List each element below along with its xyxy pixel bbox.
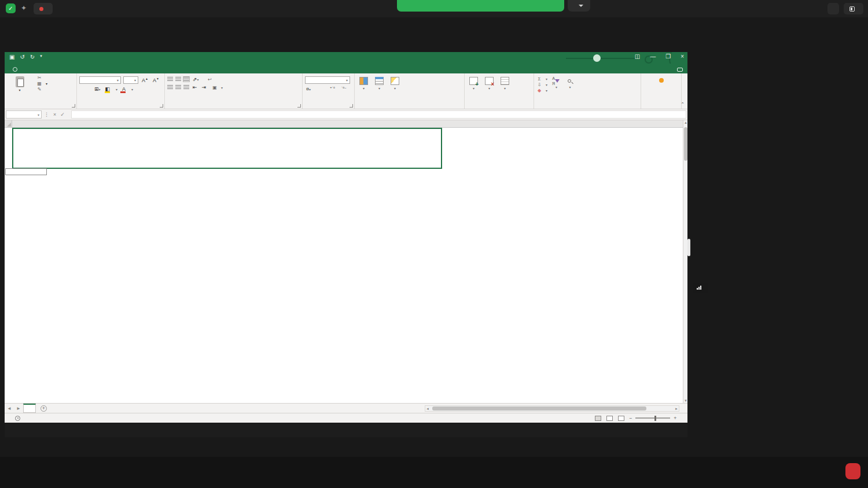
horizontal-scrollbar[interactable]: ◄ ► <box>425 405 679 412</box>
view-layout-icon <box>849 6 855 12</box>
select-all-corner[interactable] <box>5 120 12 127</box>
scroll-right-icon[interactable]: ► <box>675 407 678 411</box>
page-layout-view-icon[interactable] <box>606 416 613 421</box>
ribbon-display-icon[interactable]: ◫ <box>635 53 640 60</box>
security-shield-icon[interactable]: ✓ <box>6 3 16 13</box>
font-color-button[interactable]: А▾ <box>121 86 134 92</box>
view-settings-button[interactable] <box>568 0 590 12</box>
fill-button[interactable]: ⇩▾ <box>536 82 547 87</box>
format-cells-button[interactable]: ▾ <box>498 76 512 92</box>
quick-access-toolbar[interactable]: ▣ ↺ ↻ ▾ <box>9 54 42 60</box>
delete-cells-button[interactable]: ▾ <box>483 76 496 92</box>
align-top-icon[interactable] <box>167 77 173 82</box>
sort-filter-button[interactable]: АЯ ▾ <box>550 76 563 91</box>
qat-customize-icon[interactable]: ▾ <box>40 54 42 60</box>
clipboard-dialog-launcher[interactable] <box>72 104 75 108</box>
name-box[interactable]: ▾ <box>6 110 42 119</box>
sheet-tab[interactable] <box>23 404 36 413</box>
normal-view-icon[interactable] <box>595 416 601 421</box>
accounting-format-icon[interactable]: ¤▾ <box>305 86 312 92</box>
orientation-button[interactable]: ⇗▾ <box>192 76 200 82</box>
view-button[interactable] <box>844 3 863 14</box>
conditional-formatting-button[interactable]: ▾ <box>357 76 370 92</box>
cut-button[interactable]: ✂ <box>36 75 47 80</box>
scroll-up-icon[interactable]: ▲ <box>683 121 688 124</box>
conditional-formatting-icon <box>359 77 368 85</box>
styles-group: ▾ ▾ ▾ <box>355 73 465 109</box>
grow-font-button[interactable]: A▲ <box>141 77 149 83</box>
find-select-button[interactable]: ▾ <box>565 76 575 91</box>
cell-styles-button[interactable]: ▾ <box>388 76 402 92</box>
recording-indicator[interactable] <box>34 3 53 14</box>
font-name-select[interactable]: ▾ <box>79 76 121 84</box>
align-center-icon[interactable] <box>175 85 181 90</box>
zoom-out-icon[interactable]: − <box>630 415 632 421</box>
align-right-icon[interactable] <box>183 85 189 90</box>
zoom-top-bar: ✓ ✦ <box>0 0 868 17</box>
number-dialog-launcher[interactable] <box>350 104 353 108</box>
font-dialog-launcher[interactable] <box>160 104 163 108</box>
number-format-select[interactable]: ▾ <box>305 76 350 84</box>
vertical-scroll-thumb[interactable] <box>684 127 687 161</box>
page-break-view-icon[interactable] <box>618 416 624 421</box>
redo-icon[interactable]: ↻ <box>30 54 35 60</box>
collapse-ribbon-icon[interactable]: ⌃ <box>681 102 685 107</box>
confirm-entry-icon[interactable]: ✓ <box>60 112 65 117</box>
sheet-grid[interactable] <box>5 128 683 403</box>
zoom-in-icon[interactable]: ＋ <box>673 415 678 422</box>
paste-button[interactable]: ▾ <box>7 75 32 92</box>
copy-button[interactable]: ▦▾ <box>36 81 47 86</box>
increase-decimal-icon[interactable]: ⁺˙⁰ <box>329 87 336 91</box>
scroll-down-icon[interactable]: ▼ <box>683 399 688 402</box>
font-color-bar <box>120 91 126 93</box>
cell-styles-icon <box>391 77 399 85</box>
increase-indent-icon[interactable]: ⇥ <box>201 84 208 90</box>
ai-sparkle-icon[interactable]: ✦ <box>21 4 27 12</box>
format-painter-button[interactable]: ✎ <box>36 87 47 92</box>
align-middle-icon[interactable] <box>175 77 181 82</box>
comments-icon[interactable] <box>677 68 683 72</box>
maximize-button[interactable]: ❐ <box>665 53 671 60</box>
copy-icon: ▦ <box>36 81 42 86</box>
font-size-select[interactable]: ▾ <box>123 76 138 84</box>
wrap-text-button[interactable]: ↩ <box>207 77 215 82</box>
decrease-indent-icon[interactable]: ⇤ <box>192 84 198 90</box>
login-button[interactable] <box>827 3 839 14</box>
clear-icon: ◆ <box>536 88 542 93</box>
sheet-nav-left-icon[interactable]: ◄ <box>5 406 14 411</box>
close-button[interactable]: × <box>681 53 684 60</box>
addins-button[interactable] <box>643 75 679 84</box>
clear-button[interactable]: ◆▾ <box>536 88 547 93</box>
formula-input[interactable] <box>71 110 686 119</box>
undo-icon[interactable]: ↺ <box>20 54 24 60</box>
horizontal-scroll-thumb[interactable] <box>432 406 646 411</box>
avatar[interactable] <box>593 54 601 62</box>
shrink-font-button[interactable]: A▼ <box>152 77 160 83</box>
insert-cells-button[interactable]: ▾ <box>467 76 480 92</box>
zoom-slider[interactable]: − ＋ <box>630 415 678 422</box>
sheet-nav-right-icon[interactable]: ► <box>14 406 23 411</box>
align-bottom-icon[interactable] <box>183 77 189 82</box>
leave-button[interactable] <box>845 463 860 479</box>
new-sheet-button[interactable]: + <box>41 405 47 412</box>
alignment-dialog-launcher[interactable] <box>297 104 301 108</box>
autosum-button[interactable]: Σ▾ <box>536 76 547 82</box>
scroll-left-icon[interactable]: ◄ <box>426 407 429 411</box>
gridlines <box>5 128 683 201</box>
minimize-button[interactable]: — <box>650 53 656 60</box>
decrease-decimal-icon[interactable]: ˙⁰⁻ <box>340 87 348 91</box>
merge-center-button[interactable]: ▣▾ <box>212 85 223 90</box>
borders-button[interactable]: ⊞▾ <box>93 86 102 92</box>
zoom-knob[interactable] <box>654 416 657 421</box>
formula-bar: ▾ ⋮ × ✓ <box>5 109 687 120</box>
save-icon[interactable]: ▣ <box>9 54 14 60</box>
format-painter-icon: ✎ <box>36 87 42 92</box>
signal-bars-icon <box>697 286 701 290</box>
panel-divider-handle[interactable] <box>687 239 690 256</box>
vertical-scrollbar[interactable]: ▲ ▼ <box>683 120 687 403</box>
format-as-table-button[interactable]: ▾ <box>373 76 386 92</box>
cancel-entry-icon[interactable]: × <box>53 112 56 117</box>
align-left-icon[interactable] <box>167 85 173 90</box>
fill-color-button[interactable]: ◧▾ <box>104 86 119 92</box>
tell-me-box[interactable] <box>13 67 20 73</box>
